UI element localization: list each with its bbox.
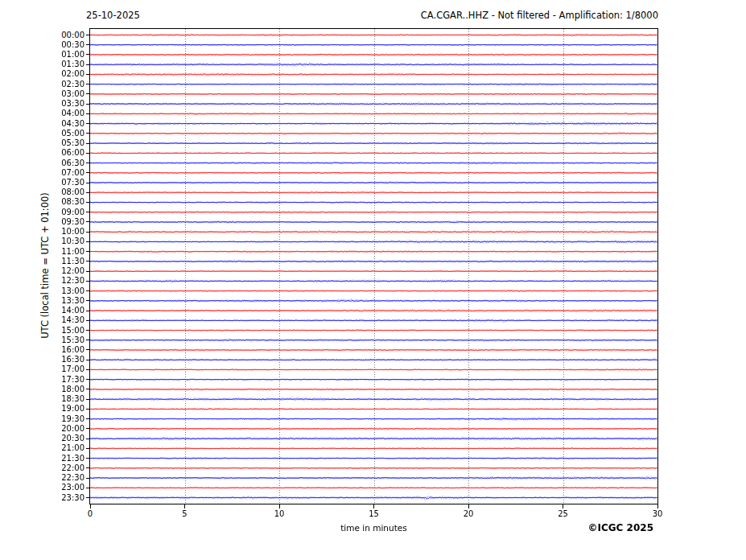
ytick-mark: [86, 64, 90, 65]
ytick-label-2000: 20:00: [16, 424, 84, 434]
ytick-label-1130: 11:30: [16, 257, 84, 266]
trace-canvas: [90, 29, 657, 504]
ytick-label-0900: 09:00: [16, 208, 84, 217]
ytick-label-0530: 05:30: [16, 138, 84, 148]
ytick-mark: [86, 320, 90, 321]
x-axis-title: time in minutes: [90, 523, 657, 533]
xtick-mark: [373, 504, 374, 509]
ytick-label-0500: 05:00: [16, 129, 84, 138]
xtick-label-30: 30: [641, 509, 674, 519]
ytick-mark: [86, 409, 90, 410]
ytick-mark: [86, 497, 90, 498]
ytick-mark: [86, 399, 90, 400]
ytick-label-1530: 15:30: [16, 336, 84, 345]
xtick-mark: [468, 504, 469, 509]
xtick-label-15: 15: [358, 509, 390, 519]
xtick-label-0: 0: [74, 509, 106, 519]
xtick-mark: [657, 504, 658, 509]
ytick-label-1830: 18:30: [16, 394, 84, 404]
ytick-label-1730: 17:30: [16, 375, 84, 385]
seismogram-figure: 25-10-2025 CA.CGAR..HHZ - Not filtered -…: [0, 0, 746, 560]
ytick-mark: [86, 340, 90, 340]
ytick-mark: [86, 311, 90, 311]
ytick-mark: [86, 428, 90, 429]
ytick-label-1100: 11:00: [16, 247, 84, 257]
ytick-mark: [86, 84, 90, 84]
ytick-label-0800: 08:00: [16, 187, 84, 197]
ytick-mark: [86, 369, 90, 370]
ytick-label-1000: 10:00: [16, 227, 84, 237]
ytick-mark: [86, 290, 90, 291]
ytick-mark: [86, 448, 90, 449]
ytick-mark: [86, 123, 90, 124]
ytick-mark: [86, 212, 90, 212]
ytick-label-0700: 07:00: [16, 168, 84, 178]
xtick-label-10: 10: [263, 509, 295, 519]
ytick-label-1700: 17:00: [16, 364, 84, 374]
ytick-mark: [86, 261, 90, 261]
ytick-label-0030: 00:30: [16, 40, 84, 50]
ytick-label-2100: 21:00: [16, 443, 84, 453]
ytick-label-0600: 06:00: [16, 148, 84, 158]
ytick-label-1900: 19:00: [16, 404, 84, 414]
ytick-label-1300: 13:00: [16, 286, 84, 296]
plot-area: [89, 28, 658, 504]
ytick-mark: [86, 418, 90, 419]
ytick-mark: [86, 330, 90, 331]
xtick-mark: [563, 504, 563, 509]
ytick-label-2230: 22:30: [16, 473, 84, 483]
ytick-label-1200: 12:00: [16, 266, 84, 276]
ytick-label-1600: 16:00: [16, 345, 84, 355]
ytick-mark: [86, 172, 90, 173]
ytick-label-0430: 04:30: [16, 119, 84, 129]
ytick-label-1800: 18:00: [16, 385, 84, 394]
ytick-label-1930: 19:30: [16, 414, 84, 424]
ytick-mark: [86, 360, 90, 360]
xtick-mark: [279, 504, 280, 509]
ytick-mark: [86, 488, 90, 488]
xtick-mark: [184, 504, 185, 509]
ytick-mark: [86, 439, 90, 439]
ytick-mark: [86, 281, 90, 282]
ytick-label-1030: 10:30: [16, 237, 84, 246]
date-label: 25-10-2025: [86, 10, 140, 21]
ytick-mark: [86, 251, 90, 252]
ytick-label-0400: 04:00: [16, 109, 84, 118]
xtick-label-5: 5: [169, 509, 201, 519]
xtick-mark: [90, 504, 91, 509]
ytick-label-2200: 22:00: [16, 463, 84, 473]
ytick-mark: [86, 104, 90, 105]
ytick-mark: [86, 467, 90, 468]
ytick-label-1330: 13:30: [16, 296, 84, 306]
ytick-label-0830: 08:30: [16, 197, 84, 207]
ytick-mark: [86, 143, 90, 144]
ytick-label-1430: 14:30: [16, 315, 84, 325]
ytick-mark: [86, 379, 90, 380]
ytick-label-2030: 20:30: [16, 434, 84, 443]
ytick-mark: [86, 458, 90, 459]
ytick-label-1630: 16:30: [16, 355, 84, 364]
ytick-mark: [86, 183, 90, 183]
ytick-label-0230: 02:30: [16, 80, 84, 89]
ytick-mark: [86, 74, 90, 75]
xtick-label-20: 20: [452, 509, 484, 519]
ytick-label-0200: 02:00: [16, 69, 84, 79]
ytick-mark: [86, 113, 90, 114]
ytick-mark: [86, 389, 90, 389]
ytick-mark: [86, 271, 90, 272]
ytick-mark: [86, 478, 90, 479]
ytick-label-0130: 01:30: [16, 60, 84, 69]
ytick-label-1500: 15:00: [16, 326, 84, 336]
copyright-label: ©ICGC 2025: [587, 522, 653, 533]
ytick-mark: [86, 35, 90, 35]
ytick-label-0930: 09:30: [16, 217, 84, 227]
ytick-mark: [86, 93, 90, 94]
ytick-mark: [86, 133, 90, 134]
ytick-label-0730: 07:30: [16, 178, 84, 187]
ytick-label-1400: 14:00: [16, 306, 84, 315]
ytick-label-0330: 03:30: [16, 99, 84, 109]
ytick-mark: [86, 221, 90, 222]
ytick-mark: [86, 202, 90, 203]
ytick-mark: [86, 349, 90, 350]
ytick-mark: [86, 163, 90, 163]
